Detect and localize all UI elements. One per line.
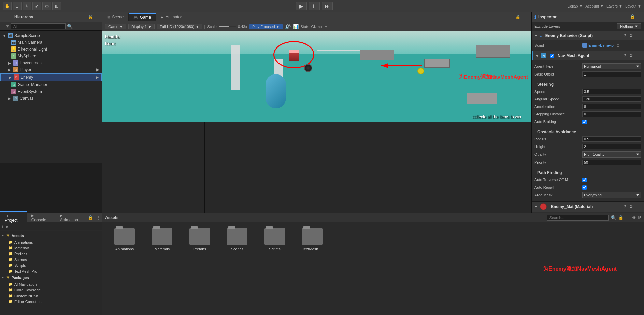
hierarchy-item-directional-light[interactable]: 💡 Directional Light bbox=[0, 46, 102, 53]
enemy-expand-icon[interactable]: ▶ bbox=[96, 75, 99, 80]
exclude-layers-dropdown[interactable]: Nothing ▼ bbox=[617, 23, 641, 29]
assets-menu-icon[interactable]: ⋮ bbox=[626, 215, 630, 220]
scale-slider[interactable] bbox=[219, 26, 236, 27]
pause-button[interactable]: ⏸ bbox=[309, 2, 320, 10]
stats-icon[interactable]: 📊 bbox=[293, 24, 299, 29]
display-dropdown[interactable]: Display 1 ▼ bbox=[128, 24, 155, 29]
prefabs-grid-item[interactable]: Prefabs bbox=[184, 228, 215, 251]
hierarchy-item-event-system[interactable]: □ EventSystem bbox=[0, 88, 102, 95]
resolution-dropdown[interactable]: Full HD (1920x1080) ▼ bbox=[157, 24, 202, 29]
bottom-lock-icon[interactable]: 🔓 bbox=[87, 215, 95, 220]
console-tab[interactable]: ▶ Console bbox=[27, 211, 55, 224]
scene-menu-icon[interactable]: ⋮ bbox=[523, 14, 531, 20]
play-button[interactable]: ▶ bbox=[296, 2, 307, 10]
base-offset-input[interactable] bbox=[582, 71, 641, 77]
materials-grid-item[interactable]: Materials bbox=[147, 228, 177, 251]
em-settings-icon[interactable]: ⚙ bbox=[629, 204, 633, 209]
transform-tool-button[interactable]: ⊞ bbox=[52, 2, 61, 10]
stats-label[interactable]: Stats bbox=[301, 25, 309, 29]
scene-menu-icon[interactable]: ⋮ bbox=[95, 33, 99, 38]
auto-repath-checkbox[interactable] bbox=[582, 185, 587, 190]
eb-menu-icon[interactable]: ⋮ bbox=[636, 33, 641, 38]
hierarchy-item-enemy[interactable]: ▶ □ Enemy ▶ bbox=[0, 73, 102, 81]
nma-help-icon[interactable]: ? bbox=[624, 53, 626, 58]
nma-enabled-checkbox[interactable] bbox=[550, 54, 554, 58]
add-project-button[interactable]: + ▼ bbox=[0, 224, 102, 230]
animation-tab[interactable]: ▶ Animation bbox=[55, 211, 87, 224]
game-tab[interactable]: 🎮 Game bbox=[129, 13, 156, 21]
bottom-menu-icon[interactable]: ⋮ bbox=[95, 215, 102, 220]
animations-sidebar-item[interactable]: 📁 Animations bbox=[0, 239, 102, 245]
animator-tab[interactable]: ▶ Animator bbox=[156, 13, 187, 21]
hierarchy-item-main-camera[interactable]: 📷 Main Camera bbox=[0, 39, 102, 46]
quality-dropdown[interactable]: High Quality ▼ bbox=[582, 151, 641, 158]
scale-tool-button[interactable]: ⤢ bbox=[32, 2, 41, 10]
hierarchy-search-icon[interactable]: 🔍 bbox=[67, 24, 73, 29]
auto-traverse-checkbox[interactable] bbox=[582, 178, 587, 182]
rect-tool-button[interactable]: ▭ bbox=[42, 2, 51, 10]
em-menu-icon[interactable]: ⋮ bbox=[636, 204, 641, 209]
inspector-lock-icon[interactable]: 🔓 bbox=[630, 14, 635, 20]
hierarchy-lock-icon[interactable]: 🔓 bbox=[88, 15, 93, 19]
hierarchy-item-my-sphere[interactable]: ○ MySphere bbox=[0, 53, 102, 59]
hierarchy-item-player[interactable]: ▶ □ Player ▶ bbox=[0, 66, 102, 73]
game-dropdown[interactable]: Game ▼ bbox=[105, 24, 126, 29]
area-mask-dropdown[interactable]: Everything ▼ bbox=[582, 192, 641, 198]
script-select-icon[interactable]: ⊙ bbox=[616, 43, 620, 48]
player-expand-icon[interactable]: ▶ bbox=[96, 67, 99, 72]
rotate-tool-button[interactable]: ↻ bbox=[23, 2, 31, 10]
enemy-mat-header[interactable]: ▼ Enemy_Mat (Material) ? ⚙ ⋮ bbox=[532, 202, 644, 212]
scenes-sidebar-item[interactable]: 📁 Scenes bbox=[0, 257, 102, 262]
eb-settings-icon[interactable]: ⚙ bbox=[629, 33, 633, 38]
radius-input[interactable] bbox=[582, 136, 641, 142]
scripts-grid-item[interactable]: Scripts bbox=[259, 228, 290, 251]
hierarchy-menu-icon[interactable]: ⋮ bbox=[95, 14, 99, 20]
assets-group-header[interactable]: ▼ ▼ Assets bbox=[0, 232, 102, 239]
prefabs-sidebar-item[interactable]: 📁 Prefabs bbox=[0, 251, 102, 257]
nma-menu-icon[interactable]: ⋮ bbox=[636, 53, 641, 58]
textmesh-grid-item[interactable]: TextMesh ... bbox=[297, 228, 328, 251]
assets-search-input[interactable] bbox=[547, 215, 609, 221]
priority-input[interactable] bbox=[582, 160, 641, 165]
eb-help-icon[interactable]: ? bbox=[624, 33, 626, 38]
angular-speed-input[interactable] bbox=[582, 96, 641, 102]
ai-nav-sidebar-item[interactable]: 📁 AI Navigation bbox=[0, 281, 102, 287]
hierarchy-item-environment[interactable]: ▶ □ Environment bbox=[0, 59, 102, 66]
hand-tool-button[interactable]: ✋ bbox=[3, 2, 12, 10]
hierarchy-search-input[interactable] bbox=[11, 23, 66, 29]
stopping-distance-input[interactable] bbox=[582, 111, 641, 117]
auto-braking-checkbox[interactable] bbox=[582, 120, 587, 124]
speed-input[interactable] bbox=[582, 89, 641, 94]
scenes-grid-item[interactable]: Scenes bbox=[222, 228, 253, 251]
script-value-field[interactable]: EnemyBehavior ⊙ bbox=[582, 43, 620, 48]
editor-coroutines-sidebar-item[interactable]: 📁 Editor Coroutines bbox=[0, 299, 102, 304]
em-help-icon[interactable]: ? bbox=[624, 204, 626, 209]
assets-lock-icon[interactable]: 🔓 bbox=[618, 215, 624, 220]
play-focused-button[interactable]: Play Focused ▼ bbox=[249, 24, 283, 29]
hierarchy-scene-root[interactable]: ▼ 🎬 SampleScene ⋮ bbox=[0, 32, 102, 39]
hierarchy-item-canvas[interactable]: ▶ □ Canvas bbox=[0, 95, 102, 102]
project-tab[interactable]: ⊞ Project bbox=[0, 211, 27, 224]
scene-lock-icon[interactable]: 🔓 bbox=[513, 15, 523, 19]
acceleration-input[interactable] bbox=[582, 104, 641, 109]
inspector-menu-icon[interactable]: ⋮ bbox=[636, 14, 641, 20]
mute-icon[interactable]: 🔊 bbox=[285, 24, 291, 29]
custom-nunit-sidebar-item[interactable]: 📁 Custom NUnit bbox=[0, 293, 102, 299]
packages-group-header[interactable]: ▼ ▼ Packages bbox=[0, 274, 102, 281]
scene-tab[interactable]: ⊞ Scene bbox=[102, 13, 129, 21]
height-input[interactable] bbox=[582, 144, 641, 149]
hierarchy-item-game-manager[interactable]: □ Game_Manager bbox=[0, 81, 102, 88]
enemy-behavior-header[interactable]: ▼ # Enemy Behavior (Script) ? ⚙ ⋮ bbox=[532, 31, 644, 40]
step-button[interactable]: ⏭ bbox=[322, 2, 333, 10]
nav-mesh-agent-header[interactable]: ▼ N Nav Mesh Agent ? ⚙ ⋮ bbox=[532, 51, 644, 60]
move-tool-button[interactable]: ⊕ bbox=[13, 2, 22, 10]
gizmos-arrow[interactable]: ▼ bbox=[324, 24, 328, 29]
materials-sidebar-item[interactable]: 📁 Materials bbox=[0, 245, 102, 251]
textmesh-sidebar-item[interactable]: 📁 TextMesh Pro bbox=[0, 268, 102, 274]
nma-settings-icon[interactable]: ⚙ bbox=[629, 53, 633, 58]
animations-grid-item[interactable]: Animations bbox=[109, 228, 140, 251]
scripts-sidebar-item[interactable]: 📁 Scripts bbox=[0, 262, 102, 268]
assets-search-icon[interactable]: 🔍 bbox=[611, 215, 616, 220]
code-cov-sidebar-item[interactable]: 📁 Code Coverage bbox=[0, 287, 102, 293]
gizmos-label[interactable]: Gizmo bbox=[311, 25, 322, 29]
